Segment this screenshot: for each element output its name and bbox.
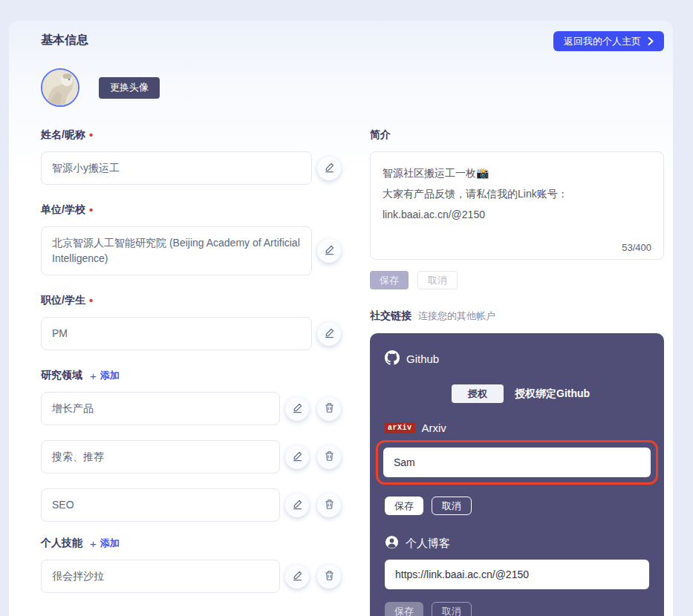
field-label-research: 研究领域 + 添加 [41,369,341,382]
back-to-profile-button[interactable]: 返回我的个人主页 [553,31,664,51]
research-input-2[interactable]: SEO [41,488,280,522]
plus-icon: + [90,370,97,382]
position-label-text: 职位/学生 [41,294,85,307]
avatar[interactable] [41,68,79,107]
edit-skill-0-button[interactable] [285,565,309,589]
skills-label-text: 个人技能 [41,537,82,550]
pencil-icon [324,244,335,258]
delete-research-1-button[interactable] [317,445,341,469]
trash-icon [324,450,335,464]
social-links-subtitle: 连接您的其他帐户 [418,309,495,323]
required-dot: • [89,297,93,304]
research-item-row: 搜索、推荐 [41,440,341,474]
plus-icon: + [90,537,97,550]
org-field-row: 北京智源人工智能研究院 (Beijing Academy of Artifici… [41,226,341,275]
bio-text: 智源社区搬运工一枚📸 大家有产品反馈，请私信我的Link账号： link.baa… [383,163,651,242]
blog-row: 个人博客 [385,535,649,551]
org-input[interactable]: 北京智源人工智能研究院 (Beijing Academy of Artifici… [41,226,312,275]
trash-icon [324,570,335,583]
edit-name-button[interactable] [317,157,341,180]
add-skill-label: 添加 [100,537,120,550]
arxiv-save-button[interactable]: 保存 [385,497,423,515]
bio-textarea[interactable]: 智源社区搬运工一枚📸 大家有产品反馈，请私信我的Link账号： link.baa… [370,151,664,260]
blog-label: 个人博客 [406,537,450,551]
delete-skill-0-button[interactable] [317,565,341,589]
trash-icon [324,402,335,416]
arxiv-label: Arxiv [422,422,446,434]
edit-org-button[interactable] [317,239,341,263]
add-skill-button[interactable]: + 添加 [90,537,120,550]
research-input-0[interactable]: 增长产品 [41,392,280,425]
github-authorize-button[interactable]: 授权 [452,384,504,403]
arxiv-icon: arXiv [385,422,415,433]
field-label-skills: 个人技能 + 添加 [41,537,341,550]
add-research-label: 添加 [100,369,120,382]
bio-save-button[interactable]: 保存 [370,271,409,289]
blog-cancel-button[interactable]: 取消 [432,602,472,616]
back-button-label: 返回我的个人主页 [564,35,641,48]
field-label-org: 单位/学校 • [41,203,341,217]
pencil-icon [292,570,303,583]
avatar-image [42,70,78,105]
edit-research-1-button[interactable] [285,445,309,469]
social-links-title: 社交链接 [370,309,411,323]
arxiv-input-highlight-ring: Sam [376,440,658,485]
pencil-icon [292,402,303,416]
pencil-icon [324,327,335,341]
chevron-right-icon [648,37,654,45]
github-auth-hint: 授权绑定Github [515,387,590,401]
card-header: 基本信息 返回我的个人主页 [41,31,664,51]
required-dot: • [89,131,93,139]
social-links-panel: Github 授权 授权绑定Github arXiv Arxiv Sam 保存 … [370,333,664,616]
change-avatar-button[interactable]: 更换头像 [99,77,160,99]
blog-buttons-row: 保存 取消 [385,602,649,616]
research-item-row: SEO [41,488,341,522]
github-label: Github [406,353,439,365]
skill-item-row: 很会拌沙拉 [41,560,341,593]
name-label-text: 姓名/昵称 [41,128,85,142]
pencil-icon [324,162,335,175]
avatar-row: 更换头像 [41,68,664,107]
bio-buttons-row: 保存 取消 [370,271,664,289]
edit-research-2-button[interactable] [285,494,309,517]
left-column: 姓名/昵称 • 智源小y搬运工 单位/学校 • 北京智源人工智能研究院 (Bei… [41,128,341,616]
github-icon [385,350,400,367]
basic-info-card: 基本信息 返回我的个人主页 更换头像 姓名/昵称 • [9,21,673,616]
arxiv-cancel-button[interactable]: 取消 [432,497,472,515]
org-label-text: 单位/学校 [41,203,85,217]
edit-research-0-button[interactable] [285,397,309,421]
field-label-position: 职位/学生 • [41,294,341,307]
arxiv-input[interactable]: Sam [383,448,651,477]
trash-icon [324,499,335,512]
bio-cancel-button[interactable]: 取消 [417,271,458,289]
name-input[interactable]: 智源小y搬运工 [41,151,312,185]
blog-input[interactable]: https://link.baai.ac.cn/@2150 [385,560,649,589]
github-auth-row: 授权 授权绑定Github [452,384,649,403]
arxiv-buttons-row: 保存 取消 [385,497,649,515]
add-research-button[interactable]: + 添加 [90,369,120,382]
research-input-1[interactable]: 搜索、推荐 [41,440,280,474]
field-label-bio: 简介 [370,128,664,142]
social-links-header: 社交链接 连接您的其他帐户 [370,309,664,323]
pencil-icon [292,499,303,512]
page-title: 基本信息 [41,31,88,48]
right-column: 简介 智源社区搬运工一枚📸 大家有产品反馈，请私信我的Link账号： link.… [370,128,664,616]
form-columns: 姓名/昵称 • 智源小y搬运工 单位/学校 • 北京智源人工智能研究院 (Bei… [41,128,664,616]
position-input[interactable]: PM [41,317,312,350]
char-counter: 53/400 [383,242,651,253]
name-field-row: 智源小y搬运工 [41,151,341,185]
position-field-row: PM [41,317,341,350]
required-dot: • [89,206,93,214]
research-label-text: 研究领域 [41,369,82,382]
bio-label-text: 简介 [370,128,391,142]
edit-position-button[interactable] [317,322,341,346]
research-item-row: 增长产品 [41,392,341,425]
skill-input-0[interactable]: 很会拌沙拉 [41,560,280,593]
person-icon [385,535,399,551]
github-row: Github [385,350,649,367]
arxiv-row: arXiv Arxiv [385,422,649,434]
field-label-name: 姓名/昵称 • [41,128,341,142]
delete-research-2-button[interactable] [317,494,341,517]
delete-research-0-button[interactable] [317,397,341,421]
blog-save-button[interactable]: 保存 [385,602,423,616]
